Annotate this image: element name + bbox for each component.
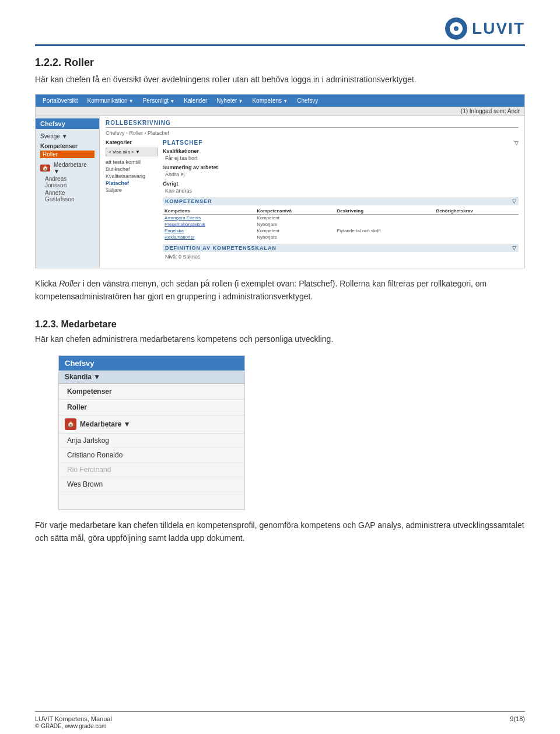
sc-definition-box: Definition av Kompetensskalan ▽ Nivå: 0 … (163, 244, 519, 260)
sc-breadcrumb: Chefsvy › Roller › Platschef (106, 130, 519, 136)
medarbetare-screenshot: Chefsvy Skandia ▼ Kompetenser Roller 🏠 M… (58, 355, 245, 510)
sc-med-skandia[interactable]: Skandia ▼ (59, 371, 244, 384)
sc-ovr-label: Övrigt (163, 181, 519, 187)
sc-beh-3 (435, 228, 519, 234)
sc-left-col: Kategorier < Visa alla > ▼ att testa kom… (106, 139, 158, 260)
sc-table-header-kompetens: Kompetens (163, 208, 255, 215)
sc-kompetenser-box-title: Kompetenser (165, 198, 212, 204)
sc-sidebar-person-2[interactable]: Annette Gustafsson (40, 189, 94, 203)
sc-sidebar-sverige[interactable]: Sverige ▼ (40, 132, 94, 140)
sc-cat-item-4[interactable]: Platschef (106, 180, 158, 187)
sc-kval-label: Kvalifikationer (163, 148, 519, 154)
sc-role-toggle[interactable]: ▽ (514, 140, 519, 146)
sc-beh-4 (435, 234, 519, 240)
sc-ovr-value: Kan ändras (163, 188, 519, 194)
sc-table-header-beskrivning: Beskrivning (335, 208, 434, 215)
sc-beskr-2 (335, 221, 434, 228)
page-footer: LUVIT Kompetens, Manual 9(18) (35, 711, 525, 722)
sc-med-person-3[interactable]: Rio Ferdinand (59, 463, 244, 477)
sc-table-header-beh: Behörighetskrav (435, 208, 519, 215)
sc-med-person-2[interactable]: Cristiano Ronaldo (59, 448, 244, 463)
logo-text: LUVIT (472, 19, 525, 38)
copyright: © GRADE, www.grade.com (35, 723, 106, 729)
logo-area: LUVIT (445, 18, 525, 40)
body-text-post-italic: i den vänstra menyn, och sedan på rollen… (35, 279, 487, 301)
footer-right: 9(18) (510, 715, 525, 722)
sc-kompetens-3[interactable]: Engelska (163, 228, 255, 234)
sc-med-person-1[interactable]: Anja Jarlskog (59, 434, 244, 448)
sc-sidebar-title: Chefsvy (36, 118, 99, 129)
sc-beskr-1 (335, 215, 434, 222)
nav-personligt[interactable]: Personligt (139, 96, 178, 105)
sc-beh-2 (435, 221, 519, 228)
sc-beh-1 (435, 215, 519, 222)
nav-chefsvy[interactable]: Chefsvy (293, 96, 321, 105)
sc-kompetenser-toggle[interactable]: ▽ (512, 198, 516, 204)
logo-icon (445, 18, 467, 40)
footer-left: LUVIT Kompetens, Manual (35, 715, 112, 722)
sc-sum-label: Summering av arbetet (163, 165, 519, 170)
sc-med-title: Chefsvy (59, 356, 244, 371)
table-row: Presentationsteknik Nybörjare (163, 221, 519, 228)
sc-sidebar-group: Sverige ▼ Kompetenser Roller 🏠 Medarbeta… (36, 131, 99, 204)
sc-niva-label: Nivå: 0 Saknas (163, 254, 519, 260)
sc-cat-title: Kategorier (106, 139, 158, 145)
sc-med-kompetenser[interactable]: Kompetenser (59, 384, 244, 400)
section-122-intro: Här kan chefen få en översikt över avdel… (35, 74, 525, 86)
table-row: Reklamationer Nybörjare (163, 234, 519, 240)
nav-kompetens[interactable]: Kompetens (249, 96, 291, 105)
sc-niva-1: Kompetent (255, 215, 335, 222)
sc-ovrigt: Övrigt Kan ändras (163, 181, 519, 194)
sc-sidebar-medarbetare[interactable]: Medarbetare ▼ (51, 161, 94, 175)
sc-beskr-3: Flytande tal och skrift (335, 228, 434, 234)
sc-kompetenser-box: Kompetenser ▽ (163, 197, 519, 205)
sc-table-header-niva: Kompetensnivå (255, 208, 335, 215)
nav-kalender[interactable]: Kalender (180, 96, 211, 105)
table-row: Engelska Kompetent Flytande tal och skri… (163, 228, 519, 234)
nav-kommunikation[interactable]: Kommunikation (84, 96, 137, 105)
sc-niva-3: Kompetent (255, 228, 335, 234)
sc-med-roller[interactable]: Roller (59, 400, 244, 415)
sc-cat-item-1[interactable]: att testa komtill (106, 159, 158, 166)
sc-kompetenser-table: Kompetens Kompetensnivå Beskrivning Behö… (163, 208, 519, 240)
section-123-heading: 1.2.3. Medarbetare (35, 319, 525, 330)
sc-definition-toggle[interactable]: ▽ (512, 245, 516, 251)
sc-content: Chefsvy Sverige ▼ Kompetenser Roller 🏠 M… (36, 116, 524, 268)
sc-med-medarbetare-label: Medarbetare ▼ (80, 420, 131, 428)
sc-cat-item-2[interactable]: Butikschef (106, 166, 158, 173)
sc-kompetens-4[interactable]: Reklamationer (163, 234, 255, 240)
sc-sum-value: Ändra ej (163, 172, 519, 177)
sc-summering: Summering av arbetet Ändra ej (163, 165, 519, 177)
section-122-heading: 1.2.2. Roller (35, 57, 525, 69)
sc-cat-filter[interactable]: < Visa alla > ▼ (106, 148, 158, 156)
sc-cat-item-5[interactable]: Säljare (106, 187, 158, 194)
sc-kompetens-2[interactable]: Presentationsteknik (163, 221, 255, 228)
sc-sidebar-person-1[interactable]: Andreas Jonsson (40, 175, 94, 189)
sc-definition-title-box: Definition av Kompetensskalan ▽ (163, 244, 519, 252)
sc-role-header: Platschef ▽ (163, 139, 519, 146)
section-123-intro: Här kan chefen administrera medarbetaren… (35, 333, 525, 346)
table-row: Arrangera Events Kompetent (163, 215, 519, 222)
sc-beskr-4 (335, 234, 434, 240)
sc-sidebar-roller[interactable]: Roller (40, 151, 94, 158)
medarbetare-icon: 🏠 (65, 418, 76, 430)
sc-right-col: Platschef ▽ Kvalifikationer Får ej tas b… (163, 139, 519, 260)
body-text-roller: Klicka Roller i den vänstra menyn, och s… (35, 278, 525, 303)
sc-med-person-4[interactable]: Wes Brown (59, 477, 244, 492)
sc-sidebar-kompetenser[interactable]: Kompetenser (40, 142, 94, 150)
sc-nav: Portalöversikt Kommunikation Personligt … (36, 95, 524, 107)
sc-definition-title: Definition av Kompetensskalan (165, 245, 276, 251)
body-italic: Roller (59, 279, 80, 288)
sc-main: Rollbeskrivning Chefsvy › Roller › Plats… (100, 116, 524, 268)
body-text-pre-italic: Klicka (35, 279, 59, 288)
sc-kompetens-1[interactable]: Arrangera Events (163, 215, 255, 222)
sc-niva-2: Nybörjare (255, 221, 335, 228)
sc-main-title: Rollbeskrivning (106, 120, 519, 128)
nav-portalöversikt[interactable]: Portalöversikt (39, 96, 82, 105)
sc-cat-item-3[interactable]: Kvalitetsansvarig (106, 173, 158, 180)
sc-sidebar: Chefsvy Sverige ▼ Kompetenser Roller 🏠 M… (36, 116, 100, 268)
footer-body-text: För varje medarbetare kan chefen tilldel… (35, 519, 525, 544)
nav-nyheter[interactable]: Nyheter (213, 96, 246, 105)
sc-med-medarbetare-row[interactable]: 🏠 Medarbetare ▼ (59, 415, 244, 434)
sc-role-title: Platschef (163, 139, 202, 146)
